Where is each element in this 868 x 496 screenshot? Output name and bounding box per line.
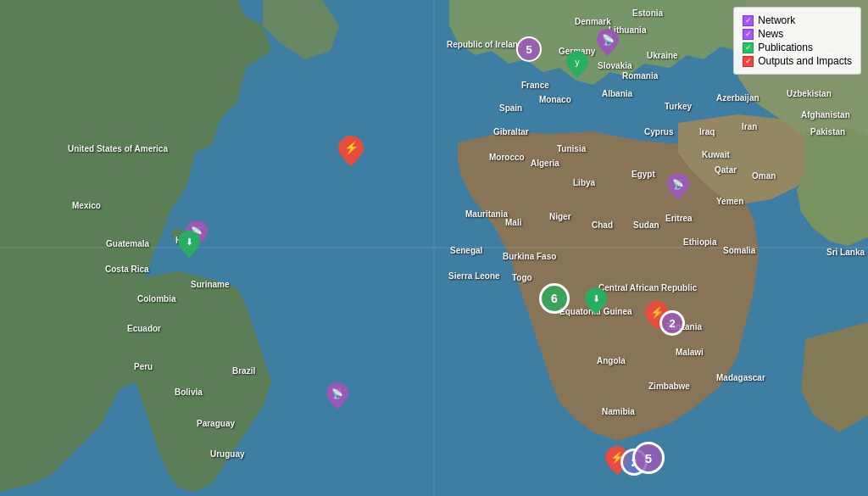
marker-cyprus-network[interactable]: 📡 (667, 173, 689, 200)
legend-item-news[interactable]: ✓ News (743, 28, 852, 40)
legend-item-network[interactable]: ✓ Network (743, 14, 852, 26)
svg-text:📡: 📡 (602, 33, 615, 46)
svg-text:⚡: ⚡ (344, 141, 359, 155)
legend-checkbox-news[interactable]: ✓ (743, 29, 754, 40)
legend-checkbox-network[interactable]: ✓ (743, 15, 754, 26)
legend: ✓ Network ✓ News ✓ Publications ✓ Output… (733, 7, 861, 75)
marker-germany-publications[interactable]: y (566, 51, 588, 78)
marker-congo-cluster6[interactable]: 6 (539, 283, 570, 314)
marker-ireland-cluster[interactable]: 5 (516, 36, 542, 62)
legend-label-publications: Publications (758, 42, 813, 53)
legend-checkbox-publications[interactable]: ✓ (743, 42, 754, 53)
marker-brazil-network[interactable]: 📡 (326, 382, 348, 410)
legend-item-outputs[interactable]: ✓ Outputs and Impacts (743, 55, 852, 67)
marker-europe-network[interactable]: 📡 (597, 29, 619, 56)
legend-checkbox-outputs[interactable]: ✓ (743, 56, 754, 67)
legend-label-news: News (758, 28, 783, 40)
svg-text:y: y (575, 57, 580, 67)
svg-text:📡: 📡 (672, 178, 684, 190)
svg-text:⬇: ⬇ (593, 293, 600, 304)
svg-text:📡: 📡 (331, 387, 343, 399)
marker-tanzania-cluster2[interactable]: 2 (659, 310, 685, 336)
map-container[interactable]: Estonia Lithuania Denmark Republic of Ir… (0, 0, 868, 496)
marker-congo-publications[interactable]: ⬇ (585, 287, 607, 315)
marker-haiti-publications[interactable]: ⬇ (178, 231, 200, 258)
marker-southafrica-cluster5[interactable]: 5 (632, 442, 665, 474)
legend-label-network: Network (758, 14, 795, 26)
legend-label-outputs: Outputs and Impacts (758, 55, 852, 67)
legend-item-publications[interactable]: ✓ Publications (743, 42, 852, 53)
marker-atlantic-outputs[interactable]: ⚡ (338, 136, 364, 166)
svg-text:⬇: ⬇ (186, 237, 193, 247)
